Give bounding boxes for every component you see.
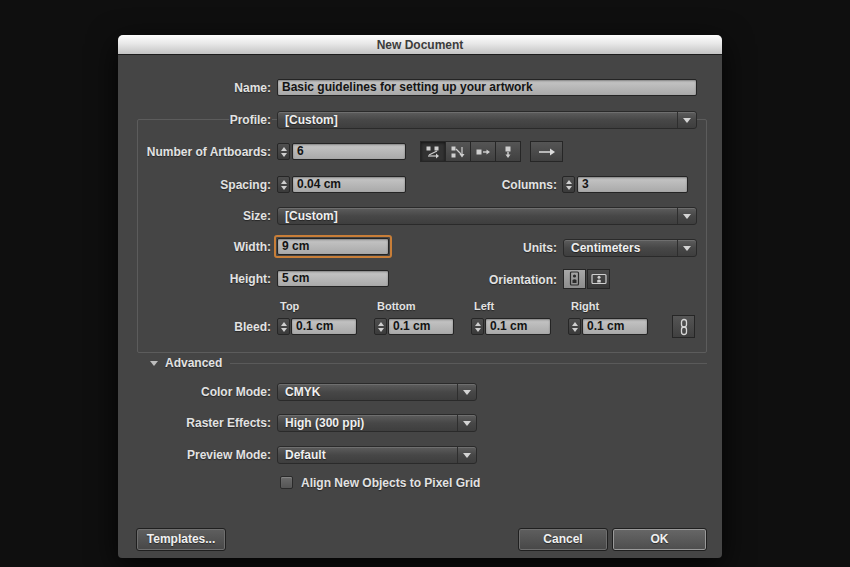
artboards-label: Number of Artboards: (146, 144, 272, 161)
bleed-top-label: Top (280, 300, 299, 313)
bleed-right-input[interactable]: 0.1 cm (582, 318, 648, 335)
arrange-by-column-icon[interactable] (495, 141, 521, 162)
spacing-stepper[interactable] (277, 176, 290, 193)
bleed-bottom-input[interactable]: 0.1 cm (388, 318, 454, 335)
chevron-down-icon (677, 240, 696, 256)
height-input[interactable]: 5 cm (277, 270, 389, 287)
align-pixel-grid-label[interactable]: Align New Objects to Pixel Grid (300, 475, 481, 492)
advanced-divider (230, 363, 707, 364)
bleed-left-stepper[interactable] (471, 318, 484, 335)
columns-label: Columns: (501, 177, 558, 194)
advanced-disclosure-icon[interactable] (150, 361, 158, 366)
bleed-right-stepper[interactable] (568, 318, 581, 335)
desktop-background: New Document Name: Basic guidelines for … (0, 0, 850, 567)
align-pixel-grid-checkbox[interactable] (280, 476, 293, 489)
orientation-landscape-icon[interactable] (587, 269, 610, 289)
chevron-down-icon (457, 415, 476, 431)
artboards-stepper[interactable] (277, 143, 290, 160)
height-label: Height: (229, 271, 272, 288)
spacing-input[interactable]: 0.04 cm (292, 176, 406, 193)
columns-stepper[interactable] (562, 176, 575, 193)
color-mode-value: CMYK (278, 385, 457, 399)
bleed-left-label: Left (474, 300, 494, 313)
units-value: Centimeters (564, 241, 677, 255)
width-input[interactable]: 9 cm (277, 238, 389, 255)
columns-input[interactable]: 3 (577, 176, 688, 193)
new-document-dialog: New Document Name: Basic guidelines for … (118, 35, 722, 558)
artboards-input[interactable]: 6 (292, 143, 406, 160)
color-mode-label: Color Mode: (200, 384, 272, 401)
cancel-button[interactable]: Cancel (518, 528, 608, 551)
ok-button[interactable]: OK (612, 528, 707, 551)
name-label: Name: (233, 80, 272, 97)
size-dropdown[interactable]: [Custom] (277, 207, 697, 225)
bleed-label: Bleed: (233, 319, 272, 336)
chevron-down-icon (457, 384, 476, 400)
raster-effects-label: Raster Effects: (185, 415, 272, 432)
orientation-label: Orientation: (488, 272, 558, 289)
size-value: [Custom] (278, 209, 677, 223)
preview-mode-value: Default (278, 448, 457, 462)
grid-by-row-icon[interactable] (420, 141, 446, 162)
bleed-left-input[interactable]: 0.1 cm (485, 318, 551, 335)
bleed-top-stepper[interactable] (277, 318, 290, 335)
spacing-label: Spacing: (219, 177, 272, 194)
name-input[interactable]: Basic guidelines for setting up your art… (277, 79, 697, 96)
profile-dropdown[interactable]: [Custom] (277, 111, 697, 129)
units-label: Units: (522, 240, 558, 257)
raster-effects-dropdown[interactable]: High (300 ppi) (277, 414, 477, 432)
bleed-top-input[interactable]: 0.1 cm (291, 318, 357, 335)
dialog-titlebar[interactable]: New Document (118, 35, 722, 55)
arrange-by-row-icon[interactable] (470, 141, 496, 162)
templates-button[interactable]: Templates... (136, 528, 226, 551)
chevron-down-icon (677, 208, 696, 224)
preview-mode-label: Preview Mode: (186, 447, 272, 464)
color-mode-dropdown[interactable]: CMYK (277, 383, 477, 401)
bleed-bottom-stepper[interactable] (374, 318, 387, 335)
advanced-label[interactable]: Advanced (164, 355, 223, 372)
chevron-down-icon (457, 447, 476, 463)
chevron-down-icon (677, 112, 696, 128)
grid-by-column-icon[interactable] (445, 141, 471, 162)
orientation-portrait-icon[interactable] (563, 269, 586, 289)
link-bleed-values-icon[interactable] (672, 315, 695, 338)
bleed-bottom-label: Bottom (377, 300, 416, 313)
profile-value: [Custom] (278, 113, 677, 127)
profile-label: Profile: (229, 112, 272, 129)
size-label: Size: (242, 208, 272, 225)
preview-mode-dropdown[interactable]: Default (277, 446, 477, 464)
width-label: Width: (233, 239, 272, 256)
raster-effects-value: High (300 ppi) (278, 416, 457, 430)
dialog-title: New Document (377, 38, 464, 52)
bleed-right-label: Right (571, 300, 599, 313)
units-dropdown[interactable]: Centimeters (563, 239, 697, 257)
change-to-right-to-left-layout-icon[interactable] (530, 141, 563, 162)
